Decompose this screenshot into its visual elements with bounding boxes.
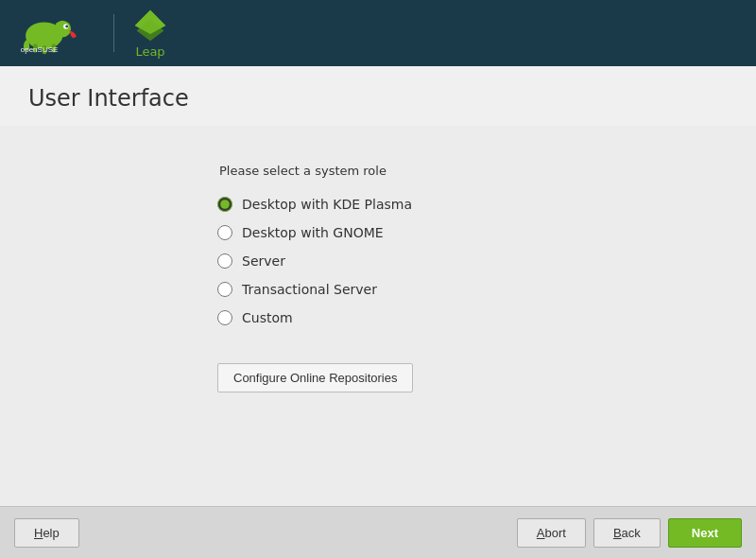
svg-text:openSUSE: openSUSE — [21, 45, 59, 54]
role-prompt: Please select a system role — [219, 164, 387, 178]
leap-logo-icon — [133, 9, 167, 43]
role-server-item[interactable]: Server — [217, 253, 412, 269]
role-transactional-item[interactable]: Transactional Server — [217, 282, 412, 297]
help-label: Help — [34, 526, 60, 540]
leap-label: Leap — [135, 44, 164, 59]
page-title-area: User Interface — [0, 66, 756, 126]
role-transactional-radio[interactable] — [217, 282, 232, 297]
leap-logo-area: Leap — [133, 9, 167, 59]
main-content: Please select a system role Desktop with… — [0, 126, 756, 506]
role-custom-item[interactable]: Custom — [217, 310, 412, 325]
abort-label: Abort — [537, 526, 566, 540]
role-gnome-label: Desktop with GNOME — [242, 225, 384, 240]
role-container: Please select a system role Desktop with… — [217, 164, 539, 392]
role-gnome-item[interactable]: Desktop with GNOME — [217, 225, 412, 240]
svg-point-3 — [65, 26, 68, 28]
help-button[interactable]: Help — [14, 518, 79, 548]
suse-logo-area: openSUSE — [19, 10, 94, 56]
back-button[interactable]: Back — [593, 518, 661, 548]
header-divider — [113, 14, 114, 52]
role-server-radio[interactable] — [217, 253, 232, 269]
role-custom-label: Custom — [242, 310, 293, 325]
back-label: Back — [613, 526, 641, 540]
footer-right: Abort Back Next — [517, 518, 742, 548]
page-title: User Interface — [28, 85, 728, 112]
opensuse-logo-icon: openSUSE — [19, 10, 94, 56]
role-kde-label: Desktop with KDE Plasma — [242, 197, 412, 212]
header: openSUSE Leap — [0, 0, 756, 66]
footer: Help Abort Back Next — [0, 506, 756, 558]
radio-group: Desktop with KDE Plasma Desktop with GNO… — [217, 197, 412, 325]
role-kde-item[interactable]: Desktop with KDE Plasma — [217, 197, 412, 212]
role-kde-radio[interactable] — [217, 197, 232, 212]
role-gnome-radio[interactable] — [217, 225, 232, 240]
next-button[interactable]: Next — [668, 518, 742, 548]
configure-repositories-button[interactable]: Configure Online Repositories — [217, 363, 413, 392]
role-transactional-label: Transactional Server — [242, 282, 377, 297]
role-custom-radio[interactable] — [217, 310, 232, 325]
role-server-label: Server — [242, 253, 285, 269]
footer-left: Help — [14, 518, 517, 548]
svg-point-1 — [54, 21, 71, 38]
abort-button[interactable]: Abort — [517, 518, 586, 548]
